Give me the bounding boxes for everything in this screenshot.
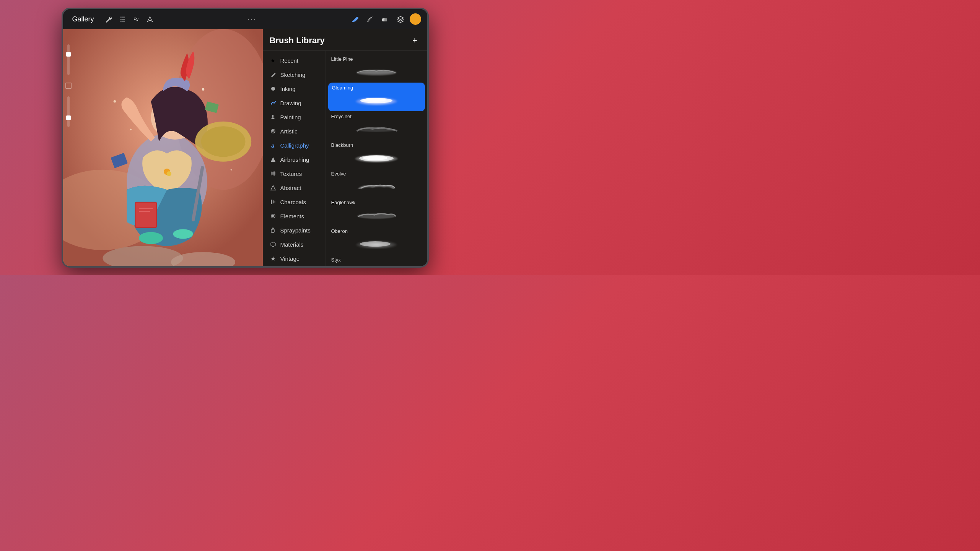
svg-point-12 [138, 232, 163, 244]
category-label-painting: Painting [280, 114, 301, 120]
category-item-elements[interactable]: Elements [264, 209, 324, 223]
brush-stroke-eaglehawk [331, 207, 422, 224]
category-item-recent[interactable]: ★ Recent [264, 54, 324, 67]
brush-item-little-pine[interactable]: Little Pine [326, 54, 427, 83]
top-bar: Gallery [63, 9, 427, 29]
svg-rect-41 [272, 228, 273, 229]
svg-rect-36 [273, 200, 274, 203]
sketching-icon [270, 71, 277, 78]
abstract-icon [270, 184, 277, 191]
brush-item-blackburn[interactable]: Blackburn [326, 140, 427, 169]
liquify-icon[interactable] [130, 13, 142, 25]
brush-item-styx[interactable]: Styx [326, 255, 427, 266]
brush-library-panel: Brush Library + ★ Recent [263, 29, 427, 266]
category-label-elements: Elements [280, 213, 304, 219]
adjustments-icon[interactable] [116, 13, 129, 25]
svg-point-53 [363, 156, 387, 160]
category-label-abstract: Abstract [280, 185, 301, 191]
artistic-icon [270, 128, 277, 135]
layers-icon[interactable] [394, 13, 407, 25]
category-item-charcoals[interactable]: Charcoals [264, 195, 324, 209]
svg-rect-15 [135, 203, 156, 227]
brush-item-eaglehawk[interactable]: Eaglehawk [326, 197, 427, 226]
category-label-calligraphy: Calligraphy [280, 142, 309, 149]
svg-point-31 [271, 118, 274, 119]
category-label-textures: Textures [280, 171, 302, 177]
svg-point-29 [271, 87, 275, 91]
opacity-slider-thumb[interactable] [66, 115, 71, 120]
category-item-materials[interactable]: Materials [264, 237, 324, 251]
svg-rect-1 [384, 18, 387, 21]
brush-stroke-freycinet [331, 121, 422, 138]
svg-marker-34 [271, 185, 275, 190]
size-slider[interactable] [67, 44, 70, 75]
brush-stroke-blackburn [331, 150, 422, 166]
brush-library-header: Brush Library + [263, 29, 427, 51]
svg-marker-43 [271, 256, 275, 261]
brush-item-freycinet[interactable]: Freycinet [326, 111, 427, 140]
svg-marker-33 [271, 157, 275, 162]
size-slider-thumb[interactable] [66, 52, 71, 57]
recent-icon: ★ [270, 57, 277, 64]
left-sidebar [63, 29, 74, 266]
category-item-inking[interactable]: Inking [264, 82, 324, 96]
svg-point-39 [272, 215, 274, 217]
elements-icon [270, 213, 277, 219]
add-brush-button[interactable]: + [410, 35, 420, 46]
more-options[interactable]: ··· [247, 15, 257, 23]
top-bar-left: Gallery [69, 13, 156, 25]
top-bar-center: ··· [156, 15, 348, 23]
category-label-vintage: Vintage [280, 255, 300, 262]
category-item-vintage[interactable]: Vintage [264, 252, 324, 265]
brush-library-title: Brush Library [270, 36, 325, 46]
category-item-sketching[interactable]: Sketching [264, 68, 324, 81]
category-item-airbrushing[interactable]: Airbrushing [264, 153, 324, 166]
brush-item-evolve[interactable]: Evolve [326, 169, 427, 197]
brush-stroke-oberon [331, 236, 422, 252]
category-item-spraypaints[interactable]: Spraypaints [264, 223, 324, 237]
gallery-button[interactable]: Gallery [69, 14, 97, 25]
selection-icon[interactable] [144, 13, 156, 25]
materials-icon [270, 241, 277, 248]
artwork-display [63, 29, 263, 266]
smudge-tool-icon[interactable] [364, 13, 376, 25]
category-item-painting[interactable]: Painting [264, 110, 324, 124]
category-list: ★ Recent Sketching [263, 51, 326, 266]
textures-icon [270, 170, 277, 177]
category-item-calligraphy[interactable]: a Calligraphy [264, 138, 324, 152]
category-item-textures[interactable]: Textures [264, 167, 324, 180]
canvas-background [63, 29, 263, 266]
brush-item-oberon[interactable]: Oberon [326, 226, 427, 255]
toolbar-icons [103, 13, 156, 25]
user-avatar[interactable] [410, 13, 421, 25]
wrench-icon[interactable] [103, 13, 115, 25]
category-item-artistic[interactable]: Artistic [264, 124, 324, 138]
svg-point-38 [271, 214, 275, 218]
svg-point-24 [202, 88, 204, 90]
ipad-frame: Gallery [62, 8, 429, 268]
main-content: Brush Library + ★ Recent [63, 29, 427, 266]
category-label-drawing: Drawing [280, 100, 301, 106]
pencil-tool-icon[interactable] [348, 13, 361, 25]
category-label-sketching: Sketching [280, 72, 306, 78]
charcoals-icon [270, 198, 277, 205]
brush-list: Little Pine [326, 51, 427, 266]
eraser-tool-icon[interactable] [379, 13, 391, 25]
category-item-abstract[interactable]: Abstract [264, 181, 324, 195]
opacity-slider[interactable] [67, 96, 70, 127]
category-label-airbrushing: Airbrushing [280, 156, 309, 163]
top-bar-right [348, 13, 421, 25]
svg-point-56 [360, 241, 391, 247]
svg-rect-35 [271, 200, 272, 204]
calligraphy-icon: a [270, 142, 277, 149]
brush-item-gloaming[interactable]: Gloaming [328, 83, 425, 111]
svg-point-9 [201, 126, 245, 157]
brush-name-gloaming: Gloaming [332, 85, 421, 91]
canvas-area[interactable] [63, 29, 263, 266]
drawing-icon [270, 99, 277, 106]
spraypaints-icon [270, 227, 277, 234]
brush-stroke-little-pine [331, 63, 422, 80]
tool-square[interactable] [65, 83, 72, 89]
category-item-luminance[interactable]: Luminance [264, 266, 324, 266]
category-item-drawing[interactable]: Drawing [264, 96, 324, 110]
